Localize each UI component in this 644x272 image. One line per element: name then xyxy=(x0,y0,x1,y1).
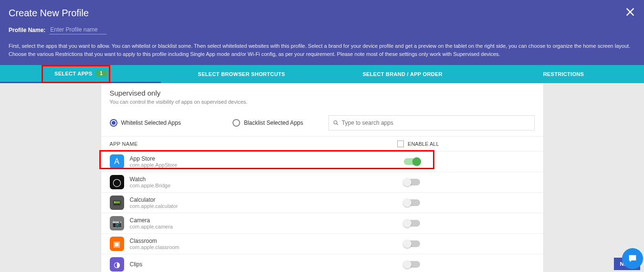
app-package: com.apple.Bridge xyxy=(130,183,171,188)
app-package: com.apple.calculator xyxy=(130,203,178,209)
app-toggle[interactable] xyxy=(404,199,420,206)
table-row: 📟Calculatorcom.apple.calculator xyxy=(101,193,543,213)
radio-label: Blacklist Selected Apps xyxy=(244,120,303,126)
app-text: Watchcom.apple.Bridge xyxy=(130,176,171,188)
tab-select-apps[interactable]: SELECT APPS 1 xyxy=(0,65,161,83)
toggle-cell xyxy=(404,240,420,247)
toggle-cell xyxy=(404,220,420,227)
toggle-knob xyxy=(403,219,412,228)
app-name: Camera xyxy=(130,217,173,224)
app-list: AApp Storecom.apple.AppStore◯Watchcom.ap… xyxy=(101,152,543,272)
svg-line-3 xyxy=(337,124,338,125)
close-button[interactable] xyxy=(625,7,635,19)
close-icon xyxy=(625,7,635,17)
table-header: APP NAME ENABLE ALL xyxy=(101,136,543,152)
app-name: Watch xyxy=(130,176,171,183)
app-toggle[interactable] xyxy=(404,158,420,165)
app-toggle[interactable] xyxy=(404,220,420,227)
filter-row: Whitelist Selected Apps Blacklist Select… xyxy=(101,115,543,136)
enable-all-checkbox[interactable]: ENABLE ALL xyxy=(397,141,439,147)
chat-icon xyxy=(627,253,638,264)
app-package: com.apple.camera xyxy=(130,224,173,229)
app-name: Classroom xyxy=(130,238,179,244)
apps-panel: Supervised only You can control the visi… xyxy=(101,83,544,272)
radio-icon xyxy=(110,119,117,127)
search-icon xyxy=(333,120,339,126)
search-input[interactable] xyxy=(342,120,530,126)
radio-blacklist[interactable]: Blacklist Selected Apps xyxy=(232,119,303,127)
toggle-cell xyxy=(404,199,420,206)
content: Supervised only You can control the visi… xyxy=(0,83,644,272)
app-text: Classroomcom.apple.classroom xyxy=(130,238,179,250)
app-icon: 📟 xyxy=(110,196,124,210)
header: Create New Profile Profile Name: First, … xyxy=(0,0,644,65)
app-toggle[interactable] xyxy=(404,240,420,247)
svg-point-2 xyxy=(334,121,337,124)
app-package: com.apple.AppStore xyxy=(130,162,178,168)
profile-name-input[interactable] xyxy=(49,25,106,34)
page-title: Create New Profile xyxy=(9,8,635,19)
chat-widget[interactable] xyxy=(622,248,643,269)
toggle-cell xyxy=(404,179,420,185)
profile-name-row: Profile Name: xyxy=(9,25,635,34)
app-icon: ◑ xyxy=(110,257,124,272)
table-row: AApp Storecom.apple.AppStore xyxy=(101,152,543,172)
profile-name-label: Profile Name: xyxy=(9,27,45,33)
tab-restrictions[interactable]: RESTRICTIONS xyxy=(483,65,644,83)
tab-bar: SELECT APPS 1 SELECT BROWSER SHORTCUTS S… xyxy=(0,65,644,83)
search-box[interactable] xyxy=(328,115,535,131)
app-text: Cameracom.apple.camera xyxy=(130,217,173,229)
panel-header: Supervised only You can control the visi… xyxy=(101,83,543,115)
radio-icon xyxy=(232,119,240,127)
tab-label: SELECT BRAND / APP ORDER xyxy=(362,71,442,77)
toggle-knob xyxy=(403,239,412,248)
toggle-knob xyxy=(403,178,412,186)
app-toggle[interactable] xyxy=(404,261,420,268)
checkbox-icon xyxy=(397,141,404,147)
panel-subtitle: You can control the visibility of apps o… xyxy=(110,99,535,105)
radio-label: Whitelist Selected Apps xyxy=(121,120,181,126)
radio-whitelist[interactable]: Whitelist Selected Apps xyxy=(110,119,181,127)
tab-browser-shortcuts[interactable]: SELECT BROWSER SHORTCUTS xyxy=(161,65,322,83)
table-row: ◑Clips xyxy=(101,254,543,272)
app-name: Clips xyxy=(130,261,143,268)
th-app-name: APP NAME xyxy=(110,141,398,147)
toggle-knob xyxy=(412,157,421,166)
tab-label: SELECT BROWSER SHORTCUTS xyxy=(198,71,285,77)
tab-brand-order[interactable]: SELECT BRAND / APP ORDER xyxy=(322,65,483,83)
app-icon: A xyxy=(110,154,124,169)
app-package: com.apple.classroom xyxy=(130,244,179,250)
tab-label: RESTRICTIONS xyxy=(543,71,584,77)
app-name: App Store xyxy=(130,155,178,162)
app-text: Clips xyxy=(130,261,143,268)
tab-badge: 1 xyxy=(96,70,106,76)
app-icon: 📷 xyxy=(110,216,124,230)
toggle-knob xyxy=(403,260,412,269)
app-icon: ▣ xyxy=(110,237,124,251)
toggle-cell xyxy=(404,261,420,268)
toggle-knob xyxy=(403,198,412,207)
toggle-cell xyxy=(404,158,420,165)
table-row: ◯Watchcom.apple.Bridge xyxy=(101,172,543,193)
app-toggle[interactable] xyxy=(404,179,420,185)
app-icon: ◯ xyxy=(110,175,124,189)
table-row: 📷Cameracom.apple.camera xyxy=(101,213,543,234)
app-text: Calculatorcom.apple.calculator xyxy=(130,196,178,209)
panel-title: Supervised only xyxy=(110,89,535,97)
table-row: ▣Classroomcom.apple.classroom xyxy=(101,234,543,254)
header-description: First, select the apps that you want to … xyxy=(9,42,635,58)
app-text: App Storecom.apple.AppStore xyxy=(130,155,178,168)
enable-all-label: ENABLE ALL xyxy=(408,141,439,147)
tab-label: SELECT APPS xyxy=(54,71,92,76)
app-name: Calculator xyxy=(130,196,178,203)
